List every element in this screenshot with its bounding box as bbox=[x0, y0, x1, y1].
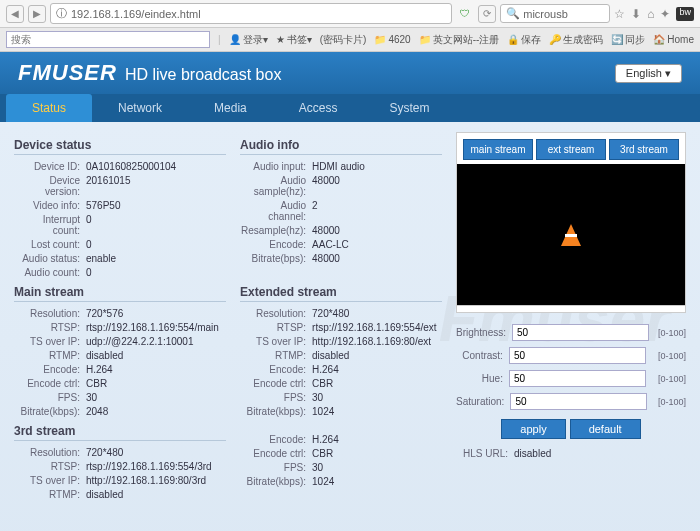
hue-label: Hue: bbox=[456, 373, 509, 384]
forward-button[interactable]: ▶ bbox=[28, 5, 46, 23]
info-row: Resolution:720*480 bbox=[240, 306, 442, 320]
row-label: Encode: bbox=[240, 364, 312, 375]
tab-status[interactable]: Status bbox=[6, 94, 92, 122]
video-preview[interactable] bbox=[456, 164, 686, 306]
row-label: Bitrate(kbps): bbox=[240, 406, 312, 417]
info-row: Encode:H.264 bbox=[14, 362, 226, 376]
apply-button[interactable]: apply bbox=[501, 419, 565, 439]
download-icon[interactable]: ⬇ bbox=[631, 7, 641, 21]
puzzle-icon[interactable]: ✦ bbox=[660, 7, 670, 21]
info-row: FPS:30 bbox=[14, 390, 226, 404]
info-row: FPS:30 bbox=[240, 460, 442, 474]
bookmark-item[interactable]: 🔒保存 bbox=[507, 33, 541, 47]
info-row: Device version:20161015 bbox=[14, 173, 226, 198]
info-row: Device ID:0A10160825000104 bbox=[14, 159, 226, 173]
row-label: Device version: bbox=[14, 175, 86, 197]
row-value: enable bbox=[86, 253, 226, 264]
row-value: 0 bbox=[86, 267, 226, 278]
bookmark-item[interactable]: 🔄同步 bbox=[611, 33, 645, 47]
row-label: Video info: bbox=[14, 200, 86, 211]
language-selector[interactable]: English ▾ bbox=[615, 64, 682, 83]
default-button[interactable]: default bbox=[570, 419, 641, 439]
row-value: 576P50 bbox=[86, 200, 226, 211]
preview-tab-main[interactable]: main stream bbox=[463, 139, 533, 160]
bookmark-item[interactable]: 📁4620 bbox=[374, 34, 410, 45]
info-row: RTMP:disabled bbox=[14, 487, 226, 501]
info-row: Encode:AAC-LC bbox=[240, 237, 442, 251]
info-row: Resample(hz):48000 bbox=[240, 223, 442, 237]
row-value: 2048 bbox=[86, 406, 226, 417]
row-value: 48000 bbox=[312, 253, 442, 264]
info-row: Bitrate(kbps):2048 bbox=[14, 404, 226, 418]
bookmark-item[interactable]: 📁英文网站--注册 bbox=[419, 33, 500, 47]
row-label: Audio sample(hz): bbox=[240, 175, 312, 197]
row-label: Encode ctrl: bbox=[14, 378, 86, 389]
nav-tabs: Status Network Media Access System bbox=[0, 94, 700, 122]
info-row: TS over IP:http://192.168.1.169:80/3rd bbox=[14, 473, 226, 487]
tab-system[interactable]: System bbox=[363, 94, 455, 122]
row-label: Audio channel: bbox=[240, 200, 312, 222]
home-icon[interactable]: ⌂ bbox=[647, 7, 654, 21]
hls-label: HLS URL: bbox=[456, 448, 514, 459]
row-value: 30 bbox=[312, 392, 442, 403]
saturation-label: Saturation: bbox=[456, 396, 510, 407]
row-value: http://192.168.1.169:80/ext bbox=[312, 336, 442, 347]
tab-network[interactable]: Network bbox=[92, 94, 188, 122]
url-bar[interactable]: ⓘ192.168.1.169/eindex.html bbox=[50, 3, 452, 24]
info-row: Audio sample(hz):48000 bbox=[240, 173, 442, 198]
row-label: Resolution: bbox=[240, 308, 312, 319]
contrast-input[interactable] bbox=[509, 347, 646, 364]
bookmark-item[interactable]: 🔑生成密码 bbox=[549, 33, 603, 47]
audio-info-rows: Audio input:HDMI audioAudio sample(hz):4… bbox=[240, 159, 442, 265]
row-label: FPS: bbox=[14, 392, 86, 403]
row-value: H.264 bbox=[312, 434, 442, 445]
tab-media[interactable]: Media bbox=[188, 94, 273, 122]
info-row: Encode ctrl:CBR bbox=[240, 446, 442, 460]
bookmark-item[interactable]: ★书签▾ bbox=[276, 33, 312, 47]
info-row: Audio input:HDMI audio bbox=[240, 159, 442, 173]
row-label: RTSP: bbox=[14, 322, 86, 333]
row-label: Interrupt count: bbox=[14, 214, 86, 236]
info-row: Encode ctrl:CBR bbox=[240, 376, 442, 390]
reload-button[interactable]: ⟳ bbox=[478, 5, 496, 23]
search-bar[interactable]: 🔍microusb bbox=[500, 4, 610, 23]
row-label: Resample(hz): bbox=[240, 225, 312, 236]
row-label: Encode: bbox=[240, 434, 312, 445]
saturation-input[interactable] bbox=[510, 393, 647, 410]
row-label: Bitrate(bps): bbox=[240, 253, 312, 264]
info-row: RTSP:rtsp://192.168.1.169:554/3rd bbox=[14, 459, 226, 473]
info-row: Bitrate(bps):48000 bbox=[240, 251, 442, 265]
info-row: RTSP:rtsp://192.168.1.169:554/ext bbox=[240, 320, 442, 334]
row-value: AAC-LC bbox=[312, 239, 442, 250]
bw-icon[interactable]: bw bbox=[676, 7, 694, 21]
star-icon[interactable]: ☆ bbox=[614, 7, 625, 21]
bookmark-search[interactable] bbox=[6, 31, 210, 48]
brightness-input[interactable] bbox=[512, 324, 649, 341]
bookmark-item[interactable]: (密码卡片) bbox=[320, 33, 367, 47]
row-label: Encode ctrl: bbox=[240, 378, 312, 389]
hue-input[interactable] bbox=[509, 370, 646, 387]
bookmark-item[interactable]: 🏠Home bbox=[653, 34, 694, 45]
tab-access[interactable]: Access bbox=[273, 94, 364, 122]
brightness-label: Brightness: bbox=[456, 327, 512, 338]
saturation-range: [0-100] bbox=[647, 397, 686, 407]
row-value: 48000 bbox=[312, 175, 442, 197]
row-label: Audio count: bbox=[14, 267, 86, 278]
preview-tab-ext[interactable]: ext stream bbox=[536, 139, 606, 160]
info-row: Interrupt count:0 bbox=[14, 212, 226, 237]
preview-tab-3rd[interactable]: 3rd stream bbox=[609, 139, 679, 160]
main-stream-rows: Resolution:720*576RTSP:rtsp://192.168.1.… bbox=[14, 306, 226, 418]
row-label: RTMP: bbox=[240, 350, 312, 361]
info-row: TS over IP:http://192.168.1.169:80/ext bbox=[240, 334, 442, 348]
info-row: Encode:H.264 bbox=[240, 362, 442, 376]
back-button[interactable]: ◀ bbox=[6, 5, 24, 23]
row-value: disabled bbox=[312, 350, 442, 361]
bookmark-item[interactable]: 👤登录▾ bbox=[229, 33, 268, 47]
logo: FMUSER bbox=[18, 60, 117, 86]
info-row: Video info:576P50 bbox=[14, 198, 226, 212]
row-label: Audio input: bbox=[240, 161, 312, 172]
third-stream-b-rows: Encode:H.264Encode ctrl:CBRFPS:30Bitrate… bbox=[240, 432, 442, 488]
row-label: Bitrate(kbps): bbox=[14, 406, 86, 417]
row-value: CBR bbox=[312, 448, 442, 459]
page-header: FMUSER HD live broadcast box English ▾ bbox=[0, 52, 700, 94]
